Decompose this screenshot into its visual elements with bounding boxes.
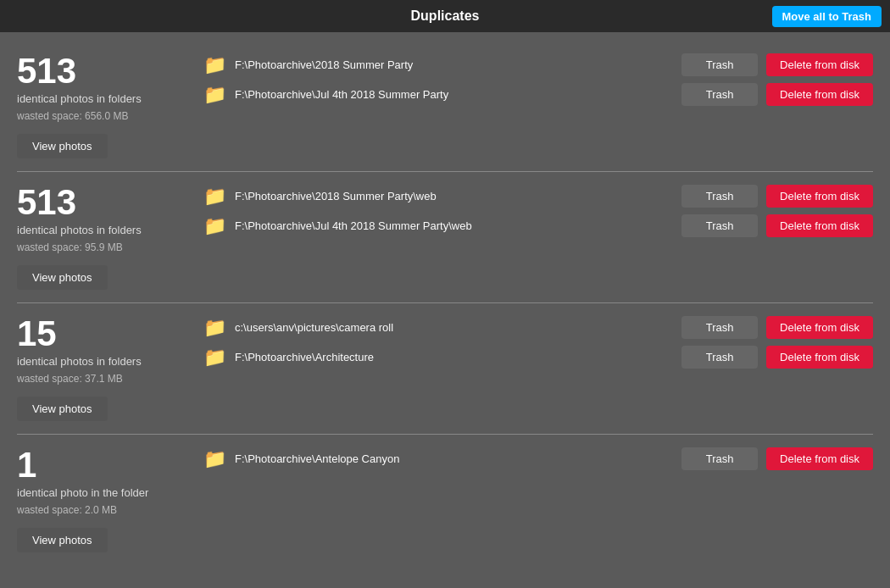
window-title: Duplicates [411,8,480,24]
view-photos-button-2[interactable]: View photos [17,397,108,421]
group-count-2: 15 [17,316,186,352]
group-count-1: 513 [17,185,186,220]
group-info-3: 1identical photo in the folderwasted spa… [17,447,186,552]
folder-row-0-1: 📁F:\Photoarchive\Jul 4th 2018 Summer Par… [203,83,873,106]
trash-button-3-0[interactable]: Trash [681,447,758,470]
delete-button-0-1[interactable]: Delete from disk [766,83,873,106]
group-wasted-2: wasted space: 37.1 MB [17,373,186,385]
group-0: 513identical photos in folderswasted spa… [17,41,873,172]
folder-path-1-0: F:\Photoarchive\2018 Summer Party\web [235,190,673,202]
folder-icon-0-1: 📁 [203,84,226,106]
folder-path-0-0: F:\Photoarchive\2018 Summer Party [235,58,673,71]
group-wasted-3: wasted space: 2.0 MB [17,504,186,516]
group-label-2: identical photos in folders [17,355,186,368]
group-layout-1: 513identical photos in folderswasted spa… [17,185,873,290]
titlebar: Duplicates Move all to Trash [0,0,890,32]
delete-button-0-0[interactable]: Delete from disk [766,53,873,76]
group-info-1: 513identical photos in folderswasted spa… [17,185,186,290]
folder-row-1-0: 📁F:\Photoarchive\2018 Summer Party\webTr… [203,185,873,208]
trash-button-0-1[interactable]: Trash [681,83,758,106]
move-all-button[interactable]: Move all to Trash [772,6,882,27]
group-3: 1identical photo in the folderwasted spa… [17,435,873,565]
trash-button-2-0[interactable]: Trash [681,316,758,339]
group-label-0: identical photos in folders [17,92,186,105]
trash-button-1-1[interactable]: Trash [681,214,758,237]
folder-icon-1-0: 📁 [203,186,226,208]
group-count-0: 513 [17,53,186,89]
folder-path-1-1: F:\Photoarchive\Jul 4th 2018 Summer Part… [235,219,673,232]
view-photos-button-0[interactable]: View photos [17,134,108,158]
folder-icon-3-0: 📁 [203,448,226,470]
group-info-0: 513identical photos in folderswasted spa… [17,53,186,158]
group-label-3: identical photo in the folder [17,486,186,499]
group-2: 15identical photos in folderswasted spac… [17,303,873,435]
group-layout-0: 513identical photos in folderswasted spa… [17,53,873,158]
view-photos-button-3[interactable]: View photos [17,528,108,552]
folders-list-2: 📁c:\users\anv\pictures\camera rollTrashD… [203,316,873,369]
folder-path-2-1: F:\Photoarchive\Architecture [235,351,673,363]
folder-icon-0-0: 📁 [203,54,226,76]
folder-row-2-0: 📁c:\users\anv\pictures\camera rollTrashD… [203,316,873,339]
group-layout-2: 15identical photos in folderswasted spac… [17,316,873,421]
folder-row-3-0: 📁F:\Photoarchive\Antelope CanyonTrashDel… [203,447,873,470]
delete-button-2-1[interactable]: Delete from disk [766,346,873,369]
folders-list-3: 📁F:\Photoarchive\Antelope CanyonTrashDel… [203,447,873,470]
folder-path-3-0: F:\Photoarchive\Antelope Canyon [235,452,673,465]
group-1: 513identical photos in folderswasted spa… [17,172,873,303]
folders-list-1: 📁F:\Photoarchive\2018 Summer Party\webTr… [203,185,873,237]
delete-button-2-0[interactable]: Delete from disk [766,316,873,339]
folder-icon-2-0: 📁 [203,317,226,339]
delete-button-1-1[interactable]: Delete from disk [766,214,873,237]
folder-path-0-1: F:\Photoarchive\Jul 4th 2018 Summer Part… [235,88,673,101]
folder-icon-1-1: 📁 [203,215,226,237]
folder-row-2-1: 📁F:\Photoarchive\ArchitectureTrashDelete… [203,346,873,369]
trash-button-2-1[interactable]: Trash [681,346,758,369]
group-wasted-0: wasted space: 656.0 MB [17,110,186,122]
delete-button-1-0[interactable]: Delete from disk [766,185,873,208]
group-layout-3: 1identical photo in the folderwasted spa… [17,447,873,552]
trash-button-0-0[interactable]: Trash [681,53,758,76]
folder-row-1-1: 📁F:\Photoarchive\Jul 4th 2018 Summer Par… [203,214,873,237]
group-wasted-1: wasted space: 95.9 MB [17,241,186,253]
view-photos-button-1[interactable]: View photos [17,265,108,290]
folder-icon-2-1: 📁 [203,347,226,369]
group-info-2: 15identical photos in folderswasted spac… [17,316,186,421]
group-label-1: identical photos in folders [17,224,186,236]
delete-button-3-0[interactable]: Delete from disk [766,447,873,470]
folder-row-0-0: 📁F:\Photoarchive\2018 Summer PartyTrashD… [203,53,873,76]
trash-button-1-0[interactable]: Trash [681,185,758,208]
folder-path-2-0: c:\users\anv\pictures\camera roll [235,321,673,334]
group-count-3: 1 [17,447,186,483]
folders-list-0: 📁F:\Photoarchive\2018 Summer PartyTrashD… [203,53,873,106]
content-area: 513identical photos in folderswasted spa… [0,32,890,588]
